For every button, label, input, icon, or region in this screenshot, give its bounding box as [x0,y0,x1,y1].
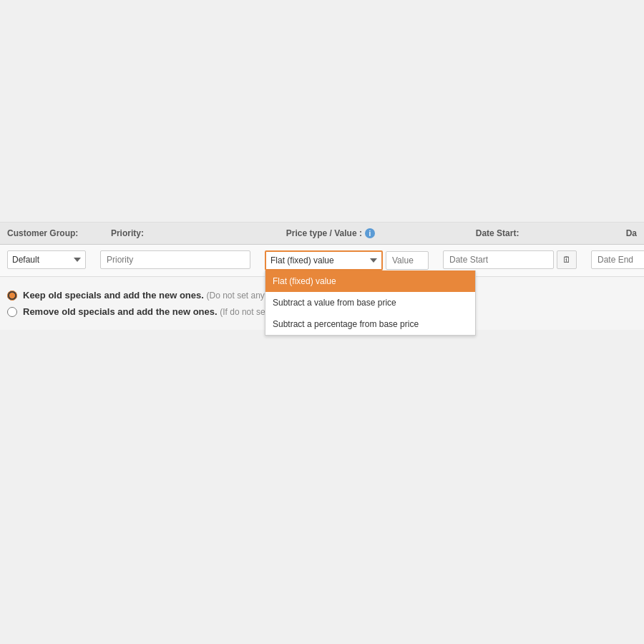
customer-group-select[interactable]: Default Guest Member VIP [7,250,86,269]
price-type-select[interactable]: Flat (fixed) value Subtract a value from… [265,250,383,270]
radio-keep-main-label: Keep old specials and add the new ones. [23,290,204,301]
value-input[interactable] [386,251,429,270]
date-end-input[interactable] [591,250,644,269]
table-data-row: Default Guest Member VIP Flat (fixed) va… [0,245,644,276]
cell-priority [93,250,258,269]
info-icon[interactable]: i [365,228,375,238]
cell-price-type: Flat (fixed) value Subtract a value from… [258,250,436,270]
col-header-date-start: Date Start: [469,228,619,238]
cell-date-end [584,250,644,269]
radio-keep[interactable] [7,291,17,301]
col-header-price-type: Price type / Value : i [279,228,469,238]
priority-input[interactable] [100,250,250,269]
table-section: Customer Group: Priority: Price type / V… [0,222,644,277]
calendar-button[interactable]: 🗓 [557,250,577,269]
radio-remove-main-label: Remove old specials and add the new ones… [23,306,218,317]
cell-customer-group: Default Guest Member VIP [0,250,93,269]
dropdown-item-subtract-value[interactable]: Subtract a value from base price [265,292,475,313]
price-type-dropdown-menu: Flat (fixed) value Subtract a value from… [265,270,476,336]
price-type-label: Price type / Value : [286,228,362,238]
dropdown-item-flat[interactable]: Flat (fixed) value [265,270,475,292]
date-start-input[interactable] [443,250,554,269]
col-header-date-end: Da [619,228,644,238]
dropdown-item-subtract-percent[interactable]: Subtract a percentage from base price [265,313,475,335]
col-header-customer-group: Customer Group: [0,228,104,238]
cell-date-start: 🗓 [436,250,584,269]
radio-remove[interactable] [7,307,17,317]
page-wrapper: Customer Group: Priority: Price type / V… [0,0,644,644]
col-header-priority: Priority: [104,228,279,238]
table-header-row: Customer Group: Priority: Price type / V… [0,223,644,245]
price-type-dropdown-container: Flat (fixed) value Subtract a value from… [265,250,383,270]
price-type-select-group: Flat (fixed) value Subtract a value from… [265,250,429,270]
